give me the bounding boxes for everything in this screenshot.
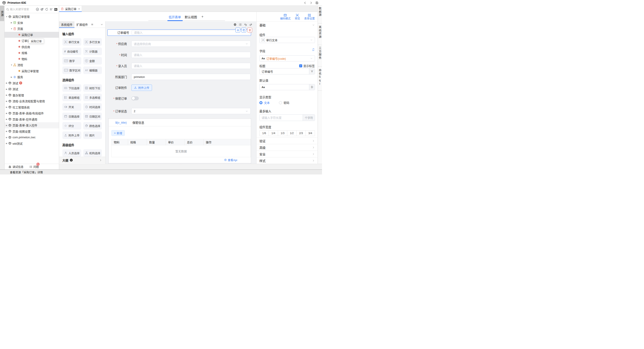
structure-icon[interactable] (239, 23, 242, 26)
rail-tab-resources[interactable]: 资源 (0, 6, 4, 21)
palette-item-textarea-a[interactable]: A多行文本 (83, 38, 102, 46)
palette-item-select[interactable]: 下拉选择 (62, 84, 81, 92)
tree-item-20[interactable]: ▶页面-视图设置 (4, 128, 59, 135)
collapse-arrow-icon[interactable]: ▶ (10, 21, 13, 24)
tree-item-12[interactable]: ▶测试! (4, 80, 59, 86)
tree-item-15[interactable]: ▶流程-业务流程配置与使用 (4, 98, 59, 104)
tree-item-14[interactable]: ▶督办管理 (4, 92, 59, 98)
tab-purchase-order[interactable]: 采购订单 × (59, 6, 82, 12)
palette-item-text-a[interactable]: A单行文本 (62, 38, 81, 46)
field-select[interactable]: Aa 订单编号(code) (260, 55, 315, 61)
problems-button[interactable]: 问题 5 (29, 165, 39, 169)
radio-selected[interactable]: 文本 (260, 100, 270, 105)
subform-tab-secret[interactable]: 保密信息 (132, 120, 144, 125)
accordion-样式[interactable]: 样式 (256, 157, 318, 164)
palette-item-range13[interactable]: 1~3数字区间 (62, 66, 81, 74)
collapse-arrow-icon[interactable]: ▶ (6, 112, 8, 114)
subform-tab-vtitle[interactable]: ${v_title} (115, 121, 127, 124)
accordion-验证[interactable]: 验证 (256, 137, 318, 144)
max-input-field[interactable] (260, 115, 303, 121)
palette-item-editor[interactable]: 编辑器 (83, 66, 102, 74)
collapse-arrow-icon[interactable]: ▶ (10, 76, 13, 78)
rail-tab-3[interactable]: 三方服务 (318, 47, 322, 66)
add-view-tab-button[interactable]: + (202, 15, 204, 19)
collapse-arrow-icon[interactable]: ▶ (6, 118, 8, 120)
save-icon[interactable] (316, 1, 318, 4)
expand-arrow-icon[interactable]: ▼ (10, 64, 13, 66)
accordion-高级[interactable]: 高级 (256, 144, 318, 151)
palette-item-image[interactable]: 图片 (83, 131, 102, 139)
rail-tab-2[interactable]: 离线资源 (318, 26, 322, 45)
collapse-arrow-icon[interactable]: ▶ (6, 94, 8, 96)
field-select[interactable]: 请选择供应商 (131, 41, 250, 47)
forward-icon[interactable] (310, 1, 312, 4)
width-option-1-2[interactable]: 1/2 (287, 131, 296, 136)
back-icon[interactable] (304, 1, 306, 4)
collapse-arrow-icon[interactable]: ▶ (6, 106, 8, 108)
collapse-arrow-icon[interactable]: ▶ (6, 130, 8, 132)
accordion-安全[interactable]: 安全 (256, 151, 318, 157)
title-addon-v[interactable]: V (309, 68, 315, 74)
checkbox-checked-icon[interactable]: ✓ (299, 64, 302, 67)
palette-tab-2[interactable]: 扩展组件 (74, 21, 90, 28)
rail-tab-1[interactable]: 数据源 (318, 7, 322, 23)
palette-item-yen[interactable]: ¥金额 (83, 57, 102, 64)
width-option-1-6[interactable]: 1/6 (260, 131, 269, 136)
sort-list-icon[interactable] (50, 8, 53, 11)
tree-item-22[interactable]: ▶wbl测试 (4, 140, 59, 147)
palette-tab-1[interactable]: 系统组件 (59, 21, 74, 28)
collapse-arrow-icon[interactable]: ▶ (6, 82, 8, 84)
globe-icon[interactable] (234, 23, 236, 26)
subform-section[interactable]: ${v_title} 保密信息 + 新增 物料规格数量单价总价操作 暂无数据 查… (108, 118, 251, 163)
tree-item-4[interactable]: 采购订单 (4, 32, 59, 38)
refresh-icon[interactable] (45, 8, 48, 11)
rail-tab-4[interactable]: 命名Sql (318, 69, 322, 90)
sync-icon[interactable] (312, 48, 315, 51)
cube-plus-icon[interactable] (40, 8, 44, 11)
debug-info-button[interactable]: 调试信息 (8, 165, 24, 169)
view-tab-2[interactable]: 默认视图 (185, 15, 197, 19)
section-basic[interactable]: 基础 (256, 22, 318, 28)
width-option-1-4[interactable]: 1/4 (269, 131, 278, 136)
chevron-down-icon[interactable] (100, 21, 103, 28)
collapse-arrow-icon[interactable]: ▶ (6, 88, 8, 90)
tree-item-6[interactable]: 供应商 (4, 44, 59, 50)
tree-item-17[interactable]: ▶页面-表单-高级/布局组件 (4, 110, 59, 116)
field-input[interactable] (131, 52, 250, 58)
tree-item-11[interactable]: ▶服务 (4, 74, 59, 80)
field-select[interactable]: 2 (131, 108, 250, 114)
palette-item-star[interactable]: ☆评分 (62, 122, 81, 129)
redo-icon[interactable] (249, 23, 252, 26)
width-option-1-3[interactable]: 1/3 (278, 131, 287, 136)
tree-item-21[interactable]: ▶com.primeton.zwc (4, 134, 59, 140)
tree-item-8[interactable]: 物料 (4, 56, 59, 62)
view-tab-1[interactable]: 低开表单 (169, 15, 181, 19)
palette-item-hash[interactable]: #自动编号 (62, 48, 81, 55)
selected-field-row[interactable]: 订单编号 (108, 29, 251, 36)
collapse-arrow-icon[interactable]: ▶ (6, 100, 8, 102)
tree-item-3[interactable]: ▼页面 (4, 26, 59, 32)
search-input[interactable] (10, 8, 35, 11)
tree-item-1[interactable]: ▼采购订单管理 (4, 13, 59, 20)
tree-item-2[interactable]: ▶实体 (4, 20, 59, 26)
tree-item-13[interactable]: ▶测试 (4, 86, 59, 92)
width-option-2-3[interactable]: 2/3 (296, 131, 306, 136)
palette-item-calrange[interactable]: 日期区间 (83, 113, 102, 120)
palette-item-clock[interactable]: 时间选择 (83, 103, 102, 111)
field-input[interactable] (131, 74, 250, 80)
radio-option[interactable]: 密码 (279, 100, 289, 105)
tree-item-18[interactable]: ▶页面-表单-控件通用 (4, 116, 59, 122)
collapse-arrow-icon[interactable]: ▶ (6, 142, 8, 144)
component-select[interactable]: A 单行文本 (260, 37, 315, 43)
palette-item-org[interactable]: 机构选择 (83, 149, 102, 157)
palette-item-radiolist[interactable]: 单选框组 (62, 94, 81, 101)
width-option-3-4[interactable]: 3/4 (306, 131, 315, 136)
palette-item-treeselect[interactable]: 树形下拉 (83, 84, 102, 92)
delete-button[interactable] (247, 28, 252, 32)
collapse-arrow-icon[interactable]: ▶ (6, 124, 8, 126)
preview-eye-button[interactable]: 预览 (295, 13, 300, 20)
palette-item-calendar[interactable]: 日期选择 (62, 113, 81, 120)
default-addon-d[interactable]: D (309, 84, 315, 90)
field-input[interactable] (131, 63, 250, 69)
expand-arrow-icon[interactable]: ▼ (10, 28, 13, 30)
